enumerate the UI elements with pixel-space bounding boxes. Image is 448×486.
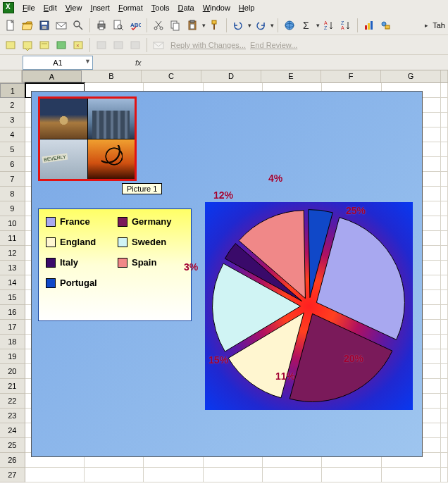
spellcheck-icon[interactable]: ABC xyxy=(127,18,143,33)
legend-item-france[interactable]: France xyxy=(46,216,112,227)
row-header-16[interactable]: 16 xyxy=(0,305,25,320)
print-icon[interactable] xyxy=(94,18,109,33)
pie-slice-france[interactable] xyxy=(316,218,404,340)
legend-item-portugal[interactable]: Portugal xyxy=(46,278,112,288)
col-header-B[interactable]: B xyxy=(82,70,142,82)
row-header-6[interactable]: 6 xyxy=(0,157,25,172)
chart-legend[interactable]: FranceGermanyEnglandSwedenItalySpainPort… xyxy=(38,208,192,321)
row-header-24[interactable]: 24 xyxy=(0,423,25,438)
mail-icon[interactable] xyxy=(54,18,69,33)
reply-with-changes-label[interactable]: Reply with Changes... xyxy=(170,41,246,49)
picture-1[interactable] xyxy=(38,96,137,181)
paste-dropdown[interactable]: ▾ xyxy=(202,22,206,29)
review-icon-3[interactable] xyxy=(37,37,52,53)
cell-E27[interactable] xyxy=(263,468,322,482)
row-header-13[interactable]: 13 xyxy=(0,261,25,275)
copy-icon[interactable] xyxy=(168,18,183,33)
open-icon[interactable] xyxy=(20,18,35,33)
row-header-11[interactable]: 11 xyxy=(0,231,25,246)
menu-format[interactable]: Format xyxy=(114,2,147,13)
font-name-preview[interactable]: Tah xyxy=(433,21,445,30)
cut-icon[interactable] xyxy=(151,18,166,33)
row-header-4[interactable]: 4 xyxy=(0,127,25,142)
menu-help[interactable]: Help xyxy=(235,2,259,13)
cell-A27[interactable] xyxy=(25,468,85,482)
redo-dropdown[interactable]: ▾ xyxy=(270,22,274,29)
new-icon[interactable] xyxy=(3,18,18,33)
row-header-14[interactable]: 14 xyxy=(0,275,25,290)
col-header-C[interactable]: C xyxy=(142,70,201,82)
row-header-25[interactable]: 25 xyxy=(0,438,25,453)
menu-view[interactable]: View xyxy=(61,2,87,13)
cell-B27[interactable] xyxy=(85,468,144,482)
select-all-corner[interactable] xyxy=(0,70,22,82)
row-header-7[interactable]: 7 xyxy=(0,172,25,187)
undo-icon[interactable] xyxy=(230,18,246,33)
drawing-icon[interactable] xyxy=(378,18,394,33)
picture-move-handle[interactable] xyxy=(81,132,94,145)
menu-tools[interactable]: Tools xyxy=(147,2,174,13)
review-icon-5[interactable]: × xyxy=(70,37,86,53)
row-header-12[interactable]: 12 xyxy=(0,246,25,261)
sort-asc-icon[interactable]: AZ xyxy=(321,18,337,33)
review-icon-6[interactable] xyxy=(94,37,109,53)
paste-icon[interactable] xyxy=(185,18,200,33)
menu-file[interactable]: File xyxy=(18,2,39,13)
row-header-21[interactable]: 21 xyxy=(0,379,25,394)
menu-edit[interactable]: Edit xyxy=(39,2,61,13)
legend-item-germany[interactable]: Germany xyxy=(118,216,184,227)
cell-F27[interactable] xyxy=(322,468,381,482)
review-icon-7[interactable] xyxy=(111,37,126,53)
legend-item-sweden[interactable]: Sweden xyxy=(118,237,184,247)
menu-window[interactable]: Window xyxy=(199,2,235,13)
name-box-dropdown[interactable]: ▼ xyxy=(85,58,91,65)
col-header-D[interactable]: D xyxy=(201,70,261,82)
name-box[interactable]: A1 ▼ xyxy=(23,56,93,70)
row-header-8[interactable]: 8 xyxy=(0,187,25,201)
row-header-20[interactable]: 20 xyxy=(0,364,25,379)
col-header-A[interactable]: A xyxy=(22,70,82,82)
row-header-27[interactable]: 27 xyxy=(0,468,25,482)
col-header-F[interactable]: F xyxy=(321,70,381,82)
search-icon[interactable] xyxy=(70,18,86,33)
autosum-dropdown[interactable]: ▾ xyxy=(316,22,320,29)
fx-label[interactable]: fx xyxy=(135,58,142,67)
row-header-23[interactable]: 23 xyxy=(0,409,25,423)
worksheet-grid[interactable]: ABCDEFG 12345678910111213141516171819202… xyxy=(0,70,448,482)
row-header-19[interactable]: 19 xyxy=(0,349,25,364)
cell-G27[interactable] xyxy=(382,468,441,482)
col-header-G[interactable]: G xyxy=(381,70,441,82)
end-review-label[interactable]: End Review... xyxy=(250,41,297,49)
toolbar-options-dropdown[interactable]: ▸ xyxy=(425,22,428,29)
row-header-5[interactable]: 5 xyxy=(0,142,25,157)
row-header-3[interactable]: 3 xyxy=(0,113,25,127)
cell-D27[interactable] xyxy=(204,468,263,482)
row-header-1[interactable]: 1 xyxy=(0,83,25,98)
row-header-9[interactable]: 9 xyxy=(0,201,25,216)
row-header-17[interactable]: 17 xyxy=(0,320,25,335)
row-header-2[interactable]: 2 xyxy=(0,98,25,113)
review-icon-2[interactable] xyxy=(20,37,35,53)
redo-icon[interactable] xyxy=(253,18,268,33)
pie-chart[interactable] xyxy=(205,202,413,410)
legend-item-spain[interactable]: Spain xyxy=(118,257,184,268)
chart-wizard-icon[interactable] xyxy=(361,18,377,33)
autosum-icon[interactable]: Σ xyxy=(299,18,314,33)
review-icon-1[interactable] xyxy=(3,37,18,53)
legend-item-italy[interactable]: Italy xyxy=(46,257,112,268)
hyperlink-icon[interactable] xyxy=(282,18,297,33)
menu-insert[interactable]: Insert xyxy=(86,2,114,13)
cell-C27[interactable] xyxy=(144,468,203,482)
review-icon-8[interactable] xyxy=(127,37,143,53)
row-header-22[interactable]: 22 xyxy=(0,394,25,409)
review-icon-4[interactable] xyxy=(54,37,69,53)
save-icon[interactable] xyxy=(37,18,52,33)
legend-item-england[interactable]: England xyxy=(46,237,112,247)
row-header-15[interactable]: 15 xyxy=(0,290,25,305)
row-header-26[interactable]: 26 xyxy=(0,453,25,468)
row-header-18[interactable]: 18 xyxy=(0,335,25,349)
print-preview-icon[interactable] xyxy=(111,18,126,33)
row-header-10[interactable]: 10 xyxy=(0,216,25,231)
sort-desc-icon[interactable]: ZA xyxy=(338,18,354,33)
col-header-E[interactable]: E xyxy=(261,70,321,82)
